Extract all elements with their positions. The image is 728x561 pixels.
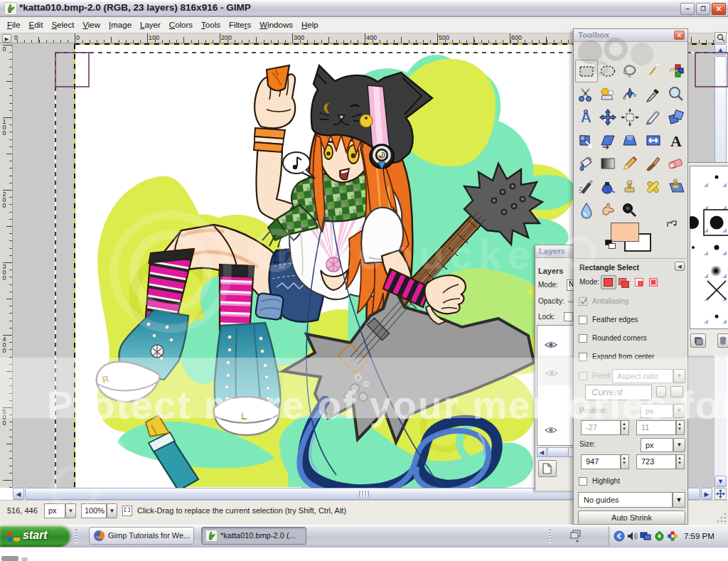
svg-text:A: A: [670, 132, 682, 150]
